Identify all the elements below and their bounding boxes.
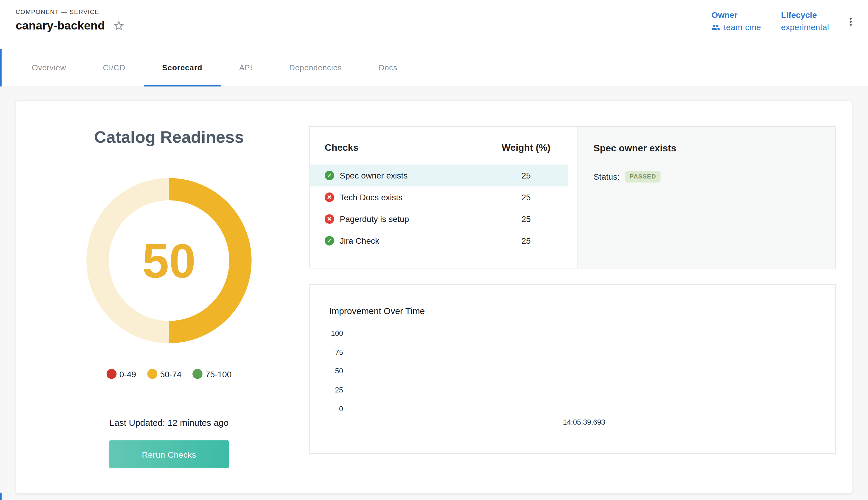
scorecard-card: Catalog Readiness 50 0-4950-7475-100 Las… (15, 100, 853, 494)
legend-item: 75-100 (193, 369, 232, 379)
check-failed-icon: ✕ (325, 193, 334, 202)
checks-column: Checks Weight (%) ✓Spec owner exists25✕T… (309, 101, 853, 493)
check-failed-icon: ✕ (325, 214, 334, 224)
check-detail-title: Spec owner exists (594, 143, 820, 154)
check-weight: 25 (484, 214, 568, 224)
check-passed-icon: ✓ (325, 236, 334, 246)
entity-header: COMPONENT — SERVICE canary-backend Owner… (0, 0, 868, 49)
last-updated-text: Last Updated: 12 minutes ago (109, 418, 229, 428)
legend-dot (193, 369, 203, 379)
tab-ci-cd[interactable]: CI/CD (84, 49, 144, 86)
check-name: Jira Check (340, 236, 380, 246)
score-gauge: 50 (86, 178, 251, 343)
legend-label: 75-100 (206, 369, 231, 379)
score-value: 50 (142, 237, 196, 285)
lifecycle-label: Lifecycle (781, 10, 829, 20)
y-axis-tick: 25 (310, 380, 343, 399)
legend-label: 50-74 (160, 369, 182, 379)
status-label: Status: (594, 172, 620, 181)
legend-dot (107, 369, 117, 379)
owner-label: Owner (711, 10, 761, 20)
page-title: canary-backend (15, 19, 105, 33)
check-row[interactable]: ✓Spec owner exists25 (310, 164, 568, 186)
improvement-chart-panel: Improvement Over Time 1007550250 14:05:3… (309, 284, 836, 454)
people-icon (711, 23, 720, 32)
check-name: Pagerduty is setup (340, 214, 409, 224)
check-row[interactable]: ✕Tech Docs exists25 (310, 186, 568, 208)
check-passed-icon: ✓ (325, 171, 334, 180)
check-weight: 25 (484, 236, 568, 246)
legend-dot (147, 369, 157, 379)
check-name: Spec owner exists (340, 171, 408, 180)
tab-overview[interactable]: Overview (13, 49, 84, 86)
rerun-checks-button[interactable]: Rerun Checks (109, 440, 229, 468)
legend-item: 50-74 (147, 369, 182, 379)
lifecycle-value[interactable]: experimental (781, 22, 829, 32)
y-axis-tick: 75 (310, 343, 343, 362)
status-badge: PASSED (625, 171, 661, 182)
score-panel: Catalog Readiness 50 0-4950-7475-100 Las… (15, 101, 309, 493)
check-weight: 25 (484, 193, 568, 202)
y-axis-tick: 50 (310, 362, 343, 380)
legend-label: 0-49 (119, 369, 136, 379)
tab-api[interactable]: API (221, 49, 271, 86)
check-row[interactable]: ✓Jira Check25 (310, 230, 568, 252)
left-edge-accent-bottom (0, 493, 2, 500)
check-weight: 25 (484, 171, 568, 180)
x-axis-tick: 14:05:39.693 (563, 418, 605, 427)
owner-link[interactable]: team-cme (711, 22, 761, 32)
check-name: Tech Docs exists (340, 193, 403, 202)
tab-scorecard[interactable]: Scorecard (144, 49, 221, 86)
check-detail-panel: Spec owner exists Status: PASSED (577, 127, 835, 268)
checks-table-header: Checks Weight (%) (310, 127, 577, 154)
more-options-icon[interactable] (844, 15, 857, 28)
tab-docs[interactable]: Docs (360, 49, 416, 86)
chart-y-axis: 1007550250 (310, 324, 343, 418)
checks-column-header: Checks (325, 143, 358, 154)
y-axis-tick: 100 (310, 324, 343, 343)
main-content: Catalog Readiness 50 0-4950-7475-100 Las… (0, 87, 868, 500)
tab-dependencies[interactable]: Dependencies (271, 49, 360, 86)
favorite-star-icon[interactable] (113, 20, 125, 32)
check-row[interactable]: ✕Pagerduty is setup25 (310, 208, 568, 230)
score-legend: 0-4950-7475-100 (107, 369, 232, 379)
checks-table: Checks Weight (%) ✓Spec owner exists25✕T… (310, 127, 577, 268)
app: COMPONENT — SERVICE canary-backend Owner… (0, 0, 868, 500)
checks-rows: ✓Spec owner exists25✕Tech Docs exists25✕… (310, 164, 577, 251)
lifecycle-block: Lifecycle experimental (781, 10, 829, 32)
legend-item: 0-49 (107, 369, 136, 379)
left-edge-accent-top (0, 49, 2, 87)
tab-bar: OverviewCI/CDScorecardAPIDependenciesDoc… (0, 49, 868, 87)
owner-value[interactable]: team-cme (724, 22, 761, 32)
score-title: Catalog Readiness (94, 128, 244, 147)
chart-title: Improvement Over Time (329, 306, 425, 316)
y-axis-tick: 0 (310, 399, 343, 418)
weight-column-header: Weight (%) (484, 143, 568, 154)
checks-panel: Checks Weight (%) ✓Spec owner exists25✕T… (309, 126, 836, 269)
owner-block: Owner team-cme (711, 10, 761, 32)
